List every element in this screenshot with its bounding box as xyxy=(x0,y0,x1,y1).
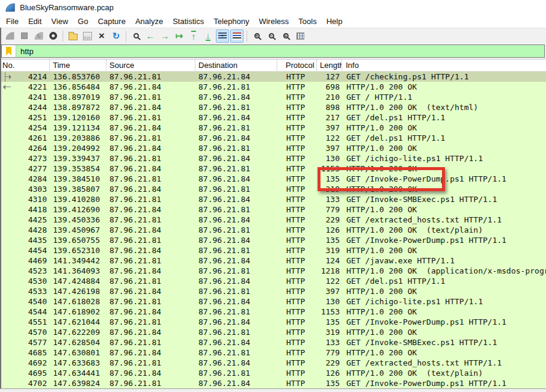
packet-row[interactable]: 4435 139.650755 87.96.21.81 87.96.21.84 … xyxy=(0,235,546,245)
capture-options-button[interactable] xyxy=(46,29,60,43)
packet-row[interactable]: 4692 147.633683 87.96.21.81 87.96.21.84 … xyxy=(0,358,546,368)
packet-row[interactable]: 4261 139.203886 87.96.21.81 87.96.21.84 … xyxy=(0,133,546,143)
menu-item[interactable]: Telephony xyxy=(209,16,254,27)
reload-file-button[interactable]: ↻ xyxy=(109,29,123,43)
related-packet-gutter xyxy=(0,348,11,358)
packet-row[interactable]: 4469 141.349442 87.96.21.81 87.96.21.84 … xyxy=(0,256,546,266)
menu-item[interactable]: Tools xyxy=(293,16,321,27)
packet-row[interactable]: 4540 147.618028 87.96.21.81 87.96.21.84 … xyxy=(0,296,546,307)
go-back-icon: ← xyxy=(146,31,155,40)
packet-time: 139.203886 xyxy=(50,133,106,143)
packet-time: 136.856484 xyxy=(50,82,106,92)
menu-item[interactable]: Statistics xyxy=(168,16,209,27)
go-forward-icon: → xyxy=(161,31,170,40)
packet-row[interactable]: 4570 147.622209 87.96.21.84 87.96.21.81 … xyxy=(0,327,546,337)
menu-item[interactable]: Wireless xyxy=(254,16,293,27)
packet-row[interactable]: 4214 136.853760 87.96.21.81 87.96.21.84 … xyxy=(0,72,546,82)
packet-row[interactable]: 4264 139.204992 87.96.21.84 87.96.21.81 … xyxy=(0,143,546,153)
stop-capture-button[interactable] xyxy=(17,29,31,43)
zoom-out-button[interactable]: − xyxy=(265,29,278,43)
packet-row[interactable]: 4551 147.621044 87.96.21.81 87.96.21.84 … xyxy=(0,317,546,327)
packet-length: 210 xyxy=(317,92,342,102)
zoom-reset-button[interactable]: = xyxy=(279,29,292,43)
go-back-button[interactable]: ← xyxy=(144,29,157,43)
restart-capture-button[interactable]: ↻ xyxy=(32,29,45,43)
packet-row[interactable]: 4544 147.618902 87.96.21.84 87.96.21.81 … xyxy=(0,307,546,317)
related-packet-gutter xyxy=(0,358,11,368)
packet-row[interactable]: 4310 139.410280 87.96.21.81 87.96.21.84 … xyxy=(0,194,546,204)
menu-item[interactable]: View xyxy=(46,16,73,27)
packet-row[interactable]: 4273 139.339437 87.96.21.81 87.96.21.84 … xyxy=(0,153,546,164)
packet-row[interactable]: 4454 139.652310 87.96.21.84 87.96.21.81 … xyxy=(0,245,546,256)
packet-row[interactable]: 4685 147.630801 87.96.21.84 87.96.21.81 … xyxy=(0,348,546,358)
menu-item[interactable]: Capture xyxy=(93,16,130,27)
packet-row[interactable]: 4577 147.628504 87.96.21.81 87.96.21.84 … xyxy=(0,337,546,348)
packet-no: 4523 xyxy=(0,266,50,276)
filter-bookmark-button[interactable] xyxy=(2,45,16,57)
packet-row[interactable]: 4418 139.412690 87.96.21.84 87.96.21.81 … xyxy=(0,204,546,215)
open-file-button[interactable] xyxy=(66,29,79,43)
packet-time: 147.622209 xyxy=(50,327,106,337)
column-header-no[interactable]: No. xyxy=(0,60,50,71)
packet-protocol: HTTP xyxy=(277,123,317,133)
packet-time: 147.618902 xyxy=(50,307,106,317)
packet-row[interactable]: 4221 136.856484 87.96.21.84 87.96.21.81 … xyxy=(0,82,546,92)
packet-row[interactable]: 4254 139.121134 87.96.21.84 87.96.21.81 … xyxy=(0,123,546,133)
find-packet-button[interactable] xyxy=(129,29,143,43)
packet-row[interactable]: 4251 139.120160 87.96.21.81 87.96.21.84 … xyxy=(0,112,546,123)
display-filter-input[interactable]: http xyxy=(1,44,545,58)
column-header-destination[interactable]: Destination xyxy=(195,60,277,71)
packet-row[interactable]: 4277 139.353854 87.96.21.84 87.96.21.81 … xyxy=(0,164,546,174)
colorize-toggle[interactable] xyxy=(230,29,244,43)
start-capture-button[interactable] xyxy=(3,29,16,43)
packet-info: HTTP/1.0 200 OK xyxy=(342,348,546,358)
menu-item[interactable]: Go xyxy=(73,16,93,27)
column-header-time[interactable]: Time xyxy=(50,60,106,71)
packet-row[interactable]: 4425 139.450336 87.96.21.81 87.96.21.84 … xyxy=(0,215,546,225)
column-header-info[interactable]: Info xyxy=(342,60,546,71)
menu-bar: File Edit View Go Capture Analyze Statis… xyxy=(0,14,546,28)
packet-row[interactable]: 4523 141.364093 87.96.21.84 87.96.21.81 … xyxy=(0,266,546,276)
column-header-length[interactable]: Length xyxy=(317,60,342,71)
resize-columns-button[interactable] xyxy=(293,29,307,43)
packet-no: 4530 xyxy=(0,276,50,286)
related-packet-gutter xyxy=(0,317,11,327)
packet-destination: 87.96.21.84 xyxy=(195,276,277,286)
related-packet-gutter xyxy=(0,256,11,266)
packet-time: 138.897872 xyxy=(50,102,106,112)
packet-info: HTTP/1.0 200 OK xyxy=(342,204,546,215)
packet-row[interactable]: 4695 147.634441 87.96.21.84 87.96.21.81 … xyxy=(0,368,546,378)
packet-info: GET /Invoke-SMBExec.ps1 HTTP/1.1 xyxy=(342,194,546,204)
packet-row[interactable]: 4702 147.639824 87.96.21.81 87.96.21.84 … xyxy=(0,378,546,388)
packet-protocol: HTTP xyxy=(277,368,317,378)
related-packet-gutter xyxy=(0,72,11,82)
packet-length: 397 xyxy=(317,143,342,153)
packet-row[interactable]: 4284 139.384510 87.96.21.81 87.96.21.84 … xyxy=(0,174,546,184)
save-file-button[interactable]: 010 xyxy=(81,29,94,43)
filter-value[interactable]: http xyxy=(16,45,34,57)
packet-info: HTTP/1.0 200 OK xyxy=(342,143,546,153)
column-header-protocol[interactable]: Protocol xyxy=(277,60,317,71)
go-forward-button[interactable]: → xyxy=(158,29,171,43)
menu-item[interactable]: Analyze xyxy=(130,16,168,27)
column-header-source[interactable]: Source xyxy=(106,60,195,71)
close-file-button[interactable]: × xyxy=(95,29,108,43)
packet-time: 139.121134 xyxy=(50,123,106,133)
go-first-packet-button[interactable]: ↑ xyxy=(187,29,200,43)
go-last-packet-button[interactable]: ↓ xyxy=(201,29,215,43)
packet-row[interactable]: 4533 147.426198 87.96.21.84 87.96.21.81 … xyxy=(0,286,546,296)
packet-row[interactable]: 4428 139.450967 87.96.21.84 87.96.21.81 … xyxy=(0,225,546,235)
packet-row[interactable]: 4303 139.385807 87.96.21.84 87.96.21.81 … xyxy=(0,184,546,194)
menu-item[interactable]: File xyxy=(1,16,23,27)
menu-item[interactable]: Help xyxy=(322,16,348,27)
packet-row[interactable]: 4530 147.424884 87.96.21.81 87.96.21.84 … xyxy=(0,276,546,286)
zoom-in-button[interactable]: + xyxy=(250,29,263,43)
packet-row[interactable]: 4244 138.897872 87.96.21.84 87.96.21.81 … xyxy=(0,102,546,112)
go-to-packet-button[interactable]: ↦ xyxy=(173,29,186,43)
packet-row[interactable]: 4241 138.897019 87.96.21.81 87.96.21.84 … xyxy=(0,92,546,102)
related-packet-gutter xyxy=(0,174,11,184)
packet-length: 122 xyxy=(317,276,342,286)
auto-scroll-toggle[interactable] xyxy=(216,29,229,43)
packet-protocol: HTTP xyxy=(277,143,317,153)
menu-item[interactable]: Edit xyxy=(23,16,46,27)
